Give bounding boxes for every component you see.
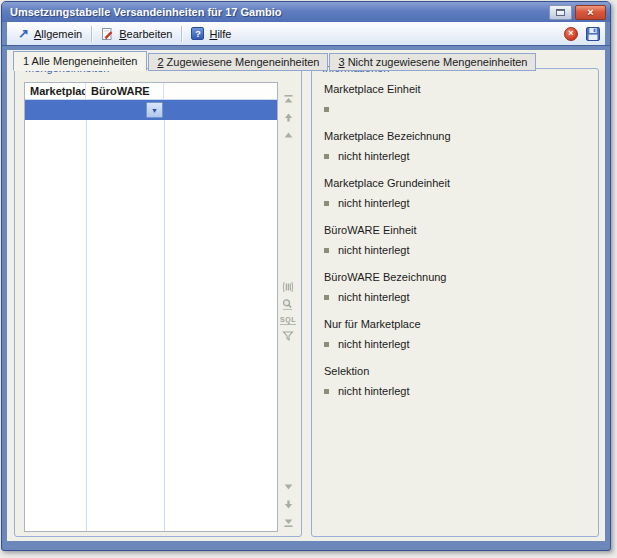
toolbar: ↗ Allgemein Bearbeiten ? Hilfe × <box>7 22 605 45</box>
content-panel: 1 Alle Mengeneinheiten 2 Zugewiesene Men… <box>7 50 605 541</box>
column-header-empty[interactable] <box>164 83 277 99</box>
window-title: Umsetzungstabelle Versandeinheiten für 1… <box>10 6 549 18</box>
scroll-to-bottom-icon[interactable] <box>283 517 294 528</box>
search-icon[interactable] <box>281 298 294 311</box>
groupbox-informationen: Informationen Marketplace Einheit Market… <box>311 68 599 537</box>
info-field-marketplace-grundeinheit: Marketplace Grundeinheit nicht hinterleg… <box>324 177 590 209</box>
chevron-down-icon: ▼ <box>151 107 158 114</box>
column-header-marketplace[interactable]: Marketplace <box>25 83 86 99</box>
page-down-icon[interactable] <box>283 499 294 510</box>
tab-zugewiesene-mengeneinheiten[interactable]: 2 Zugewiesene Mengeneinheiten <box>148 53 328 71</box>
info-field-marketplace-einheit: Marketplace Einheit <box>324 83 590 115</box>
info-field-label: Nur für Marketplace <box>324 318 590 330</box>
info-field-value: nicht hinterlegt <box>338 338 410 350</box>
info-panel: Marketplace Einheit Marketplace Bezeichn… <box>324 83 590 412</box>
window-controls: × <box>549 5 606 20</box>
dropdown-button[interactable]: ▼ <box>146 102 163 118</box>
info-field-value: nicht hinterlegt <box>338 291 410 303</box>
info-field-buroware-einheit: BüroWARE Einheit nicht hinterlegt <box>324 224 590 256</box>
column-chooser-icon[interactable] <box>282 281 294 293</box>
bullet-icon <box>324 295 329 300</box>
close-icon: × <box>587 7 593 18</box>
save-icon[interactable] <box>586 27 600 41</box>
info-field-nur-fuer-marketplace: Nur für Marketplace nicht hinterlegt <box>324 318 590 350</box>
filter-icon[interactable] <box>282 330 294 342</box>
allgemein-label: Allgemein <box>34 28 82 40</box>
info-field-value: nicht hinterlegt <box>338 197 410 209</box>
grid-column-divider <box>164 100 165 531</box>
bearbeiten-button[interactable]: Bearbeiten <box>95 25 178 43</box>
help-icon: ? <box>191 27 204 40</box>
page-up-icon[interactable] <box>283 112 294 123</box>
tab-alle-mengeneinheiten[interactable]: 1 Alle Mengeneinheiten <box>13 51 147 71</box>
grid-nav-bottom-group <box>283 481 294 528</box>
table-row-selected[interactable]: ▼ <box>25 100 277 120</box>
step-up-icon[interactable] <box>283 130 294 141</box>
mengeneinheiten-grid[interactable]: Marketplace BüroWARE ▼ <box>24 82 278 532</box>
arrow-northeast-icon: ↗ <box>18 27 29 40</box>
info-field-label: Marketplace Einheit <box>324 83 590 95</box>
info-field-value: nicht hinterlegt <box>338 150 410 162</box>
info-field-label: Selektion <box>324 365 590 377</box>
bullet-icon <box>324 201 329 206</box>
scroll-to-top-icon[interactable] <box>283 94 294 105</box>
info-field-label: Marketplace Grundeinheit <box>324 177 590 189</box>
column-header-buroware[interactable]: BüroWARE <box>86 83 164 99</box>
tab-nicht-zugewiesene-mengeneinheiten[interactable]: 3 Nicht zugewiesene Mengeneinheiten <box>329 53 536 71</box>
info-field-label: BüroWARE Einheit <box>324 224 590 236</box>
allgemein-button[interactable]: ↗ Allgemein <box>12 25 88 42</box>
info-field-value: nicht hinterlegt <box>338 244 410 256</box>
info-field-value: nicht hinterlegt <box>338 385 410 397</box>
grid-tools-group: SQL <box>280 281 296 342</box>
info-field-selektion: Selektion nicht hinterlegt <box>324 365 590 397</box>
info-field-label: Marketplace Bezeichnung <box>324 130 590 142</box>
grid-nav-strip: SQL <box>277 82 299 530</box>
abort-icon[interactable]: × <box>564 27 578 41</box>
edit-document-icon <box>101 27 114 41</box>
info-field-marketplace-bezeichnung: Marketplace Bezeichnung nicht hinterlegt <box>324 130 590 162</box>
app-window: Umsetzungstabelle Versandeinheiten für 1… <box>1 1 611 551</box>
sql-filter-icon[interactable]: SQL <box>280 316 296 325</box>
close-button[interactable]: × <box>575 5 606 20</box>
grid-header: Marketplace BüroWARE <box>25 83 277 100</box>
bullet-icon <box>324 342 329 347</box>
hilfe-button[interactable]: ? Hilfe <box>185 25 237 42</box>
info-field-label: BüroWARE Bezeichnung <box>324 271 590 283</box>
hilfe-label: Hilfe <box>209 28 231 40</box>
bullet-icon <box>324 248 329 253</box>
grid-nav-top-group <box>283 94 294 141</box>
info-field-buroware-bezeichnung: BüroWARE Bezeichnung nicht hinterlegt <box>324 271 590 303</box>
bearbeiten-label: Bearbeiten <box>119 28 172 40</box>
tab-strip: 1 Alle Mengeneinheiten 2 Zugewiesene Men… <box>13 51 537 71</box>
bullet-icon <box>324 107 329 112</box>
toolbar-separator <box>181 26 182 42</box>
toolbar-divider <box>2 45 610 46</box>
toolbar-separator <box>91 26 92 42</box>
bullet-icon <box>324 154 329 159</box>
groupbox-mengeneinheiten: Mengeneinheiten Marketplace BüroWARE ▼ <box>14 68 302 537</box>
maximize-button[interactable] <box>549 5 572 20</box>
grid-column-divider <box>86 100 87 531</box>
title-bar[interactable]: Umsetzungstabelle Versandeinheiten für 1… <box>2 2 610 22</box>
step-down-icon[interactable] <box>283 481 294 492</box>
maximize-icon <box>556 9 565 16</box>
bullet-icon <box>324 389 329 394</box>
